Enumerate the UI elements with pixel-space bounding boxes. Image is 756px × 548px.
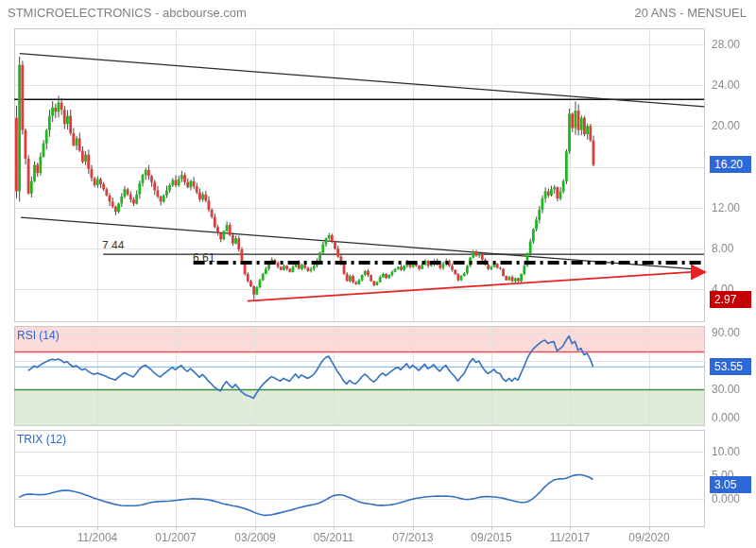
y-axis-label: 90.00 bbox=[712, 326, 740, 339]
x-axis-label: 11/2004 bbox=[77, 531, 118, 544]
trix-panel-label: TRIX (12) bbox=[17, 433, 66, 446]
x-axis-label: 05/2011 bbox=[314, 531, 354, 544]
price-chart-canvas bbox=[0, 0, 756, 548]
x-axis-label: 09/2015 bbox=[471, 531, 511, 544]
rsi-value-badge: 53.55 bbox=[710, 358, 751, 375]
period-title: 20 ANS - MENSUEL bbox=[635, 6, 747, 20]
y-axis-label: 28.00 bbox=[712, 38, 740, 51]
y-axis-label: 12.00 bbox=[712, 201, 740, 214]
y-axis-label: 8.00 bbox=[712, 242, 733, 255]
historic-low-badge: 2.97 bbox=[710, 291, 751, 308]
x-axis-label: 11/2017 bbox=[550, 531, 591, 544]
x-axis-label: 01/2007 bbox=[155, 531, 196, 544]
y-axis-label: 30.00 bbox=[712, 383, 740, 396]
y-axis-label: 0.000 bbox=[712, 492, 740, 505]
trix-value-badge: 3.05 bbox=[710, 476, 751, 493]
instrument-title: STMICROELECTRONICS - abcbourse.com bbox=[8, 6, 247, 20]
y-axis-label: 24.00 bbox=[712, 78, 740, 92]
y-axis-label: 20.00 bbox=[712, 119, 740, 132]
x-axis-label: 03/2009 bbox=[234, 531, 275, 544]
chart-window: STMICROELECTRONICS - abcbourse.com 20 AN… bbox=[0, 0, 756, 548]
y-axis-label: 10.00 bbox=[712, 445, 740, 458]
y-axis-label: 0.000 bbox=[712, 411, 740, 424]
rsi-panel-label: RSI (14) bbox=[17, 329, 60, 342]
current-price-badge: 16.20 bbox=[710, 156, 751, 173]
x-axis-label: 09/2020 bbox=[628, 531, 669, 544]
x-axis-label: 07/2013 bbox=[392, 531, 433, 544]
